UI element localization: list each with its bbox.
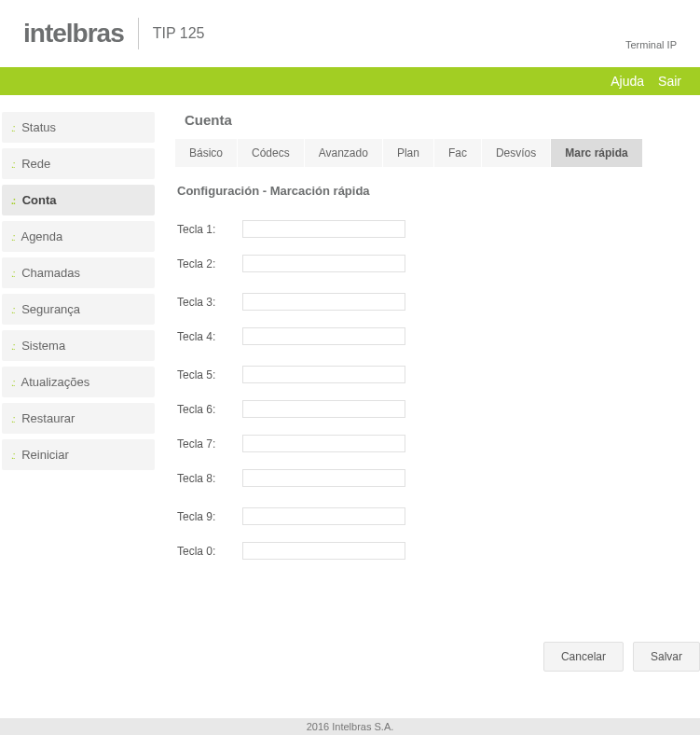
label-tecla-7: Tecla 7: bbox=[177, 437, 242, 451]
sidebar-item-conta[interactable]: .: Conta bbox=[2, 185, 155, 215]
terminal-ip-label: Terminal IP bbox=[625, 39, 677, 50]
footer: 2016 Intelbras S.A. bbox=[0, 718, 700, 735]
sidebar-item-sistema[interactable]: .: Sistema bbox=[2, 330, 155, 361]
model-suffix: 125 bbox=[180, 25, 205, 41]
sidebar-item-label: Atualizações bbox=[21, 375, 89, 389]
form-row-tecla-4: Tecla 4: bbox=[177, 327, 700, 345]
label-tecla-9: Tecla 9: bbox=[177, 510, 242, 523]
label-tecla-5: Tecla 5: bbox=[177, 368, 242, 381]
sidebar-item-rede[interactable]: .: Rede bbox=[2, 148, 155, 179]
form-row-tecla-7: Tecla 7: bbox=[177, 435, 700, 452]
input-tecla-6[interactable] bbox=[242, 400, 405, 418]
main-container: .: Status .: Rede .: Conta .: Agenda .: … bbox=[0, 95, 700, 718]
tab-marc-rapida[interactable]: Marc rápida bbox=[551, 139, 642, 167]
label-tecla-1: Tecla 1: bbox=[177, 223, 242, 236]
form-row-tecla-5: Tecla 5: bbox=[177, 366, 700, 383]
section-title: Configuración - Marcación rápida bbox=[177, 184, 700, 198]
form-row-tecla-3: Tecla 3: bbox=[177, 293, 700, 311]
input-tecla-1[interactable] bbox=[242, 220, 405, 238]
content-area: Cuenta Básico Códecs Avanzado Plan Fac D… bbox=[157, 95, 700, 718]
sidebar-item-label: Chamadas bbox=[21, 266, 80, 280]
form-row-tecla-2: Tecla 2: bbox=[177, 255, 700, 272]
logo: intelbras bbox=[23, 19, 124, 49]
bullet-icon: .: bbox=[11, 451, 15, 461]
header-divider bbox=[138, 18, 139, 49]
tab-avanzado[interactable]: Avanzado bbox=[305, 139, 383, 167]
bullet-icon: .: bbox=[11, 232, 15, 243]
input-tecla-8[interactable] bbox=[242, 469, 405, 487]
label-tecla-0: Tecla 0: bbox=[177, 545, 242, 558]
bullet-icon: .: bbox=[11, 341, 15, 352]
sidebar: .: Status .: Rede .: Conta .: Agenda .: … bbox=[0, 95, 157, 718]
sidebar-item-chamadas[interactable]: .: Chamadas bbox=[2, 257, 155, 288]
bullet-icon: .: bbox=[11, 414, 15, 424]
sidebar-item-restaurar[interactable]: .: Restaurar bbox=[2, 403, 155, 434]
sidebar-item-seguranca[interactable]: .: Segurança bbox=[2, 294, 155, 325]
label-tecla-2: Tecla 2: bbox=[177, 257, 242, 270]
sidebar-item-reiniciar[interactable]: .: Reiniciar bbox=[2, 439, 155, 470]
input-tecla-0[interactable] bbox=[242, 542, 405, 560]
bullet-icon: .: bbox=[11, 123, 15, 133]
sidebar-item-agenda[interactable]: .: Agenda bbox=[2, 221, 155, 252]
input-tecla-2[interactable] bbox=[242, 255, 405, 272]
model-prefix: TIP bbox=[153, 25, 176, 41]
label-tecla-4: Tecla 4: bbox=[177, 330, 242, 343]
sidebar-item-status[interactable]: .: Status bbox=[2, 112, 155, 143]
form-row-tecla-6: Tecla 6: bbox=[177, 400, 700, 418]
logout-link[interactable]: Sair bbox=[658, 74, 681, 89]
header: intelbras TIP 125 Terminal IP bbox=[0, 0, 700, 67]
bullet-icon: .: bbox=[11, 159, 15, 170]
input-tecla-5[interactable] bbox=[242, 366, 405, 383]
tabs: Básico Códecs Avanzado Plan Fac Desvíos … bbox=[175, 139, 700, 167]
sidebar-item-atualizacoes[interactable]: .: Atualizações bbox=[2, 367, 155, 397]
button-row: Cancelar Salvar bbox=[543, 642, 700, 672]
sidebar-item-label: Rede bbox=[21, 157, 50, 171]
tab-fac[interactable]: Fac bbox=[434, 139, 482, 167]
input-tecla-4[interactable] bbox=[242, 327, 405, 345]
sidebar-item-label: Segurança bbox=[21, 302, 80, 316]
label-tecla-8: Tecla 8: bbox=[177, 472, 242, 485]
input-tecla-3[interactable] bbox=[242, 293, 405, 311]
bullet-icon: .: bbox=[11, 196, 15, 206]
label-tecla-6: Tecla 6: bbox=[177, 403, 242, 416]
sidebar-item-label: Conta bbox=[22, 193, 57, 207]
bullet-icon: .: bbox=[11, 305, 15, 315]
sidebar-item-label: Sistema bbox=[21, 339, 65, 353]
bullet-icon: .: bbox=[11, 269, 15, 279]
sidebar-item-label: Restaurar bbox=[21, 411, 75, 425]
form-row-tecla-0: Tecla 0: bbox=[177, 542, 700, 560]
page-title: Cuenta bbox=[185, 112, 700, 128]
help-link[interactable]: Ajuda bbox=[611, 74, 644, 89]
tab-desvios[interactable]: Desvíos bbox=[482, 139, 551, 167]
save-button[interactable]: Salvar bbox=[633, 642, 700, 672]
input-tecla-9[interactable] bbox=[242, 507, 405, 525]
tab-plan[interactable]: Plan bbox=[383, 139, 434, 167]
form-rows: Tecla 1: Tecla 2: Tecla 3: Tecla 4: Tecl… bbox=[177, 220, 700, 560]
input-tecla-7[interactable] bbox=[242, 435, 405, 452]
sidebar-item-label: Agenda bbox=[21, 229, 62, 243]
top-bar: Ajuda Sair bbox=[0, 67, 700, 95]
tab-basico[interactable]: Básico bbox=[175, 139, 238, 167]
header-left: intelbras TIP 125 bbox=[23, 18, 204, 49]
cancel-button[interactable]: Cancelar bbox=[543, 642, 624, 672]
form-row-tecla-1: Tecla 1: bbox=[177, 220, 700, 238]
bullet-icon: .: bbox=[11, 378, 15, 388]
form-row-tecla-9: Tecla 9: bbox=[177, 507, 700, 525]
model-label: TIP 125 bbox=[153, 25, 205, 42]
sidebar-item-label: Reiniciar bbox=[21, 448, 69, 462]
tab-codecs[interactable]: Códecs bbox=[238, 139, 305, 167]
form-row-tecla-8: Tecla 8: bbox=[177, 469, 700, 487]
label-tecla-3: Tecla 3: bbox=[177, 296, 242, 309]
sidebar-item-label: Status bbox=[21, 120, 56, 134]
